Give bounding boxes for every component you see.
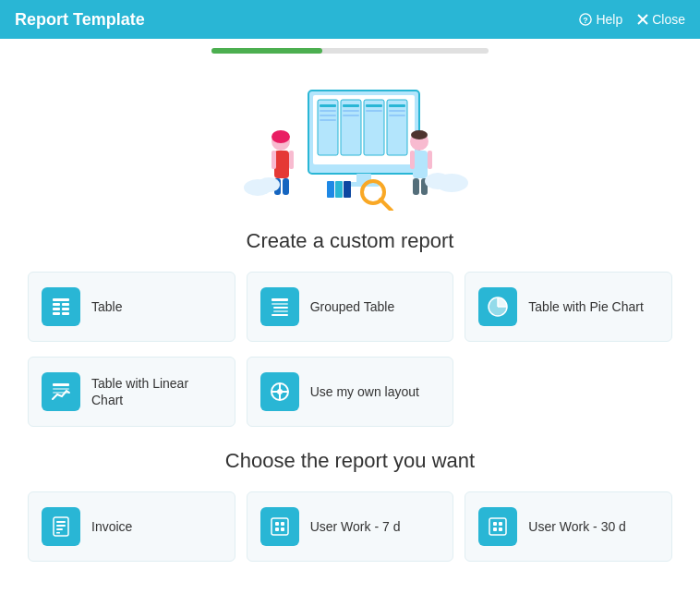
svg-rect-38 <box>410 151 415 169</box>
main-content: Create a custom report Table <box>0 39 700 594</box>
svg-rect-17 <box>366 104 382 107</box>
card-table-icon <box>42 287 80 326</box>
svg-rect-16 <box>343 115 359 116</box>
svg-rect-49 <box>62 303 69 306</box>
card-user-work-30-icon <box>478 507 517 546</box>
svg-rect-71 <box>56 525 66 527</box>
svg-rect-72 <box>56 528 63 530</box>
svg-rect-37 <box>413 151 428 178</box>
hero-illustration <box>230 72 470 211</box>
svg-rect-77 <box>275 527 279 531</box>
card-user-work-7-label: User Work - 7 d <box>310 518 401 535</box>
section1-title: Create a custom report <box>0 229 700 253</box>
svg-rect-20 <box>389 110 405 112</box>
svg-text:?: ? <box>584 16 588 25</box>
svg-rect-15 <box>343 110 359 112</box>
pie-chart-icon <box>487 296 509 318</box>
card-grouped-table-label: Grouped Table <box>310 298 395 315</box>
svg-rect-79 <box>489 518 506 535</box>
card-invoice[interactable]: Invoice <box>28 491 235 562</box>
app-header: Report Template ? Help Close <box>0 0 700 39</box>
card-user-work-7[interactable]: User Work - 7 d <box>247 491 454 562</box>
card-table[interactable]: Table <box>28 272 235 342</box>
grouped-table-icon <box>269 296 291 318</box>
card-table-linear[interactable]: Table with Linear Chart <box>28 357 235 427</box>
svg-rect-56 <box>273 307 288 309</box>
invoice-icon <box>50 515 72 538</box>
card-table-pie[interactable]: Table with Pie Chart <box>465 272 672 342</box>
card-table-pie-icon <box>478 287 517 326</box>
card-user-work-30[interactable]: User Work - 30 d <box>465 491 672 562</box>
svg-rect-63 <box>53 388 69 390</box>
illustration-area <box>0 54 700 220</box>
svg-rect-47 <box>53 298 69 301</box>
svg-rect-40 <box>413 178 419 195</box>
close-button[interactable]: Close <box>637 12 685 27</box>
card-user-work-30-label: User Work - 30 d <box>528 518 626 535</box>
svg-line-28 <box>380 200 392 211</box>
svg-rect-75 <box>275 522 279 526</box>
svg-rect-39 <box>428 151 432 169</box>
svg-rect-74 <box>272 518 288 535</box>
svg-rect-25 <box>335 181 343 198</box>
card-table-linear-label: Table with Linear Chart <box>91 375 222 408</box>
svg-rect-53 <box>62 312 69 315</box>
layout-icon <box>269 381 291 403</box>
svg-rect-21 <box>389 115 405 116</box>
card-table-pie-label: Table with Pie Chart <box>528 298 644 315</box>
card-grouped-table-icon <box>260 287 299 326</box>
cards-row3: Invoice User Work - 7 d <box>0 491 700 562</box>
svg-rect-54 <box>272 298 288 301</box>
header-actions: ? Help Close <box>579 12 685 27</box>
user-work-7-icon <box>269 515 291 538</box>
svg-point-35 <box>272 130 290 143</box>
card-user-work-7-icon <box>260 507 299 546</box>
svg-rect-48 <box>53 303 60 306</box>
svg-point-68 <box>277 389 283 394</box>
svg-rect-14 <box>343 104 359 107</box>
help-button[interactable]: ? Help <box>579 12 622 27</box>
svg-rect-73 <box>56 532 60 534</box>
svg-rect-82 <box>493 527 497 531</box>
close-icon <box>637 14 648 25</box>
progress-bar-background <box>211 48 489 54</box>
progress-area <box>0 39 700 54</box>
card-own-layout-label: Use my own layout <box>310 383 419 400</box>
svg-point-46 <box>258 177 280 192</box>
svg-rect-34 <box>283 178 289 195</box>
card-invoice-label: Invoice <box>91 518 132 535</box>
svg-rect-55 <box>272 303 288 305</box>
svg-point-44 <box>425 173 451 189</box>
cards-row1: Table Grouped Table <box>0 272 700 342</box>
svg-rect-50 <box>53 308 60 310</box>
svg-rect-81 <box>499 522 502 526</box>
table-icon <box>50 296 72 318</box>
progress-bar-fill <box>211 48 322 54</box>
section2-title: Choose the report you want <box>0 449 700 473</box>
svg-rect-8 <box>364 100 384 155</box>
svg-rect-58 <box>272 314 288 316</box>
svg-rect-76 <box>281 522 284 526</box>
help-icon: ? <box>579 13 592 26</box>
user-work-30-icon <box>487 515 509 538</box>
svg-rect-57 <box>273 310 288 312</box>
card-table-linear-icon <box>42 372 80 411</box>
svg-rect-24 <box>327 181 334 198</box>
svg-rect-9 <box>387 100 407 155</box>
svg-rect-7 <box>341 100 361 155</box>
svg-rect-30 <box>274 151 289 178</box>
svg-rect-78 <box>281 527 284 531</box>
svg-rect-13 <box>320 119 336 121</box>
card-own-layout[interactable]: Use my own layout <box>247 357 454 427</box>
svg-rect-70 <box>56 521 66 523</box>
app-title: Report Template <box>15 10 145 30</box>
svg-rect-26 <box>344 181 351 198</box>
linear-chart-icon <box>50 381 72 403</box>
svg-rect-51 <box>62 308 69 310</box>
card-own-layout-icon <box>260 372 299 411</box>
svg-rect-18 <box>366 110 382 112</box>
svg-rect-6 <box>318 100 338 155</box>
svg-rect-12 <box>320 115 336 116</box>
card-grouped-table[interactable]: Grouped Table <box>247 272 454 342</box>
card-table-label: Table <box>91 298 122 315</box>
